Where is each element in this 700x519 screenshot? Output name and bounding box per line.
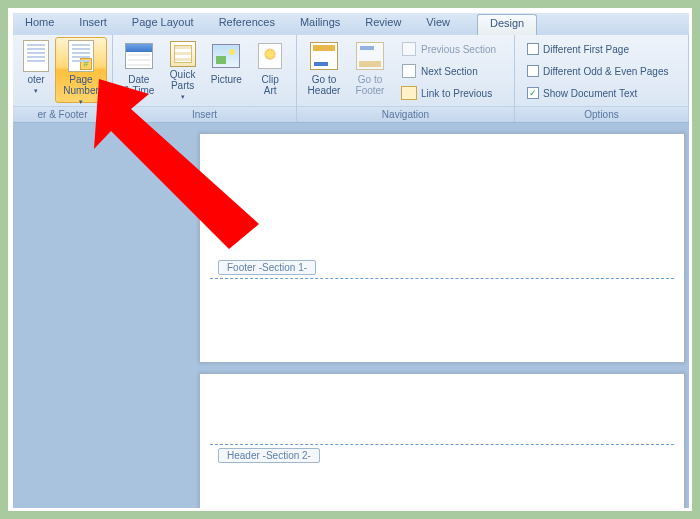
group-label-navigation: Navigation: [297, 106, 514, 122]
different-odd-even-checkbox[interactable]: Different Odd & Even Pages: [523, 61, 672, 81]
group-insert: Date & Time Quick Parts ▾ Picture Clip A…: [113, 35, 297, 122]
show-document-text-checkbox[interactable]: ✓ Show Document Text: [523, 83, 672, 103]
page-2[interactable]: Header -Section 2-: [199, 373, 685, 508]
tab-review[interactable]: Review: [353, 13, 414, 35]
group-label-options: Options: [515, 106, 688, 122]
quick-parts-icon: [170, 41, 196, 67]
goto-header-icon: [310, 42, 338, 70]
picture-button[interactable]: Picture: [205, 37, 249, 103]
date-time-button[interactable]: Date & Time: [117, 37, 161, 103]
chevron-down-icon: ▾: [34, 85, 38, 96]
ribbon-tabs: Home Insert Page Layout References Maili…: [13, 13, 689, 35]
group-header-footer: oter ▾ # Page Number ▾ er & Footer: [13, 35, 113, 122]
group-navigation: Go to Header Go to Footer Previous Secti…: [297, 35, 515, 122]
page-number-icon: #: [68, 40, 94, 72]
different-first-page-checkbox[interactable]: Different First Page: [523, 39, 672, 59]
tab-design[interactable]: Design: [477, 14, 537, 35]
footer-button[interactable]: oter ▾: [17, 37, 55, 103]
group-label-header-footer: er & Footer: [13, 106, 112, 122]
next-section-icon: [401, 63, 417, 79]
group-options: Different First Page Different Odd & Eve…: [515, 35, 689, 122]
previous-section-icon: [401, 41, 417, 57]
footer-boundary-line: [210, 278, 674, 279]
ribbon: oter ▾ # Page Number ▾ er & Footer Date …: [13, 35, 689, 123]
page-number-button[interactable]: # Page Number ▾: [55, 37, 107, 103]
tab-insert[interactable]: Insert: [67, 13, 120, 35]
group-label-insert: Insert: [113, 106, 296, 122]
checkbox-icon: [527, 43, 539, 55]
page-1[interactable]: Footer -Section 1-: [199, 133, 685, 363]
goto-header-button[interactable]: Go to Header: [301, 37, 347, 103]
tab-page-layout[interactable]: Page Layout: [120, 13, 207, 35]
goto-footer-icon: [356, 42, 384, 70]
previous-section-button[interactable]: Previous Section: [397, 39, 500, 59]
tab-view[interactable]: View: [414, 13, 463, 35]
quick-parts-button[interactable]: Quick Parts ▾: [161, 37, 205, 103]
checkbox-checked-icon: ✓: [527, 87, 539, 99]
link-to-previous-button[interactable]: Link to Previous: [397, 83, 500, 103]
tab-mailings[interactable]: Mailings: [288, 13, 353, 35]
word-window: Home Insert Page Layout References Maili…: [13, 13, 689, 508]
clip-art-button[interactable]: Clip Art: [248, 37, 292, 103]
header-boundary-line: [210, 444, 674, 445]
goto-footer-button[interactable]: Go to Footer: [347, 37, 393, 103]
document-area[interactable]: Footer -Section 1- Header -Section 2-: [13, 123, 689, 508]
tab-references[interactable]: References: [207, 13, 288, 35]
next-section-button[interactable]: Next Section: [397, 61, 500, 81]
picture-icon: [212, 44, 240, 68]
footer-icon: [23, 40, 49, 72]
calendar-icon: [125, 43, 153, 69]
header-section-tab: Header -Section 2-: [218, 448, 320, 463]
footer-section-tab: Footer -Section 1-: [218, 260, 316, 275]
tab-home[interactable]: Home: [13, 13, 67, 35]
clip-art-icon: [258, 43, 282, 69]
checkbox-icon: [527, 65, 539, 77]
link-to-previous-icon: [401, 85, 417, 101]
chevron-down-icon: ▾: [181, 91, 185, 102]
